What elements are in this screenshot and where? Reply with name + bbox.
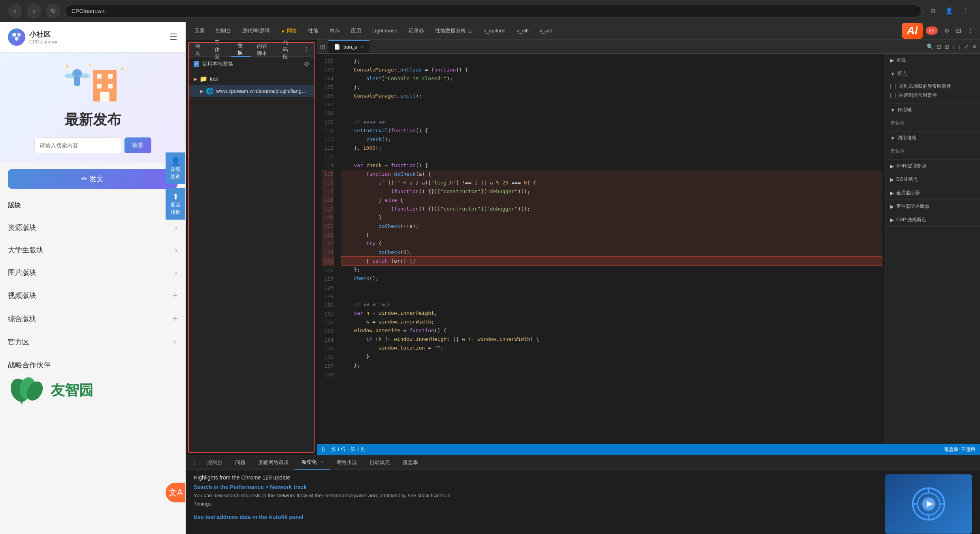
translate-btn[interactable]: 文A — [166, 483, 185, 502]
code-line — [341, 152, 882, 161]
tab-application[interactable]: 应用 — [345, 24, 367, 38]
breakpoints-content: 遇到未捕获的异常时暂停 在遇到异常时暂停 — [886, 80, 980, 103]
tab-console[interactable]: 控制台 — [210, 24, 237, 38]
dock-icon[interactable]: ⊟ — [953, 27, 964, 34]
clear-replacements-btn[interactable]: ⊘ — [304, 60, 309, 68]
profile-btn[interactable]: 👤 — [943, 5, 956, 17]
tab-changes[interactable]: 新变化 ✕ — [295, 455, 330, 470]
network-track-link[interactable]: Search in the Performance > Network trac… — [194, 484, 972, 490]
nav-item-resource[interactable]: 资源版块 › — [8, 216, 177, 239]
tab-network[interactable]: ▲ 网络 — [275, 24, 303, 38]
callstack-header[interactable]: ▼ 调用堆栈 — [886, 132, 980, 145]
breakpoints-header[interactable]: ▼ 断点 — [886, 67, 980, 80]
scope-section: ▼ 作用域 未暂停 — [886, 103, 980, 132]
dom-header[interactable]: ▶ DOM 断点 — [886, 173, 980, 186]
editor-tab-close[interactable]: ✕ — [360, 44, 364, 49]
url-bar[interactable]: CPOteam.win — [65, 5, 922, 17]
site-logo: 小社区 CPOteam.win — [8, 28, 58, 46]
source-more-btn[interactable]: ⋮ — [300, 46, 314, 53]
code-line — [341, 291, 882, 300]
arrow-down-icon[interactable]: ↓ — [958, 43, 961, 50]
debugger-sidebar: ▶ 监视 ▼ 断点 — [885, 54, 980, 444]
tree-folder-test[interactable]: ▶ 📁 test — [189, 73, 314, 85]
tab-content-script[interactable]: 内容脚本 — [251, 43, 277, 57]
extension-btn[interactable]: ⊞ — [926, 5, 939, 17]
local-replace-checkbox[interactable]: ✓ — [194, 61, 199, 67]
tab-coverage[interactable]: 覆盖率 — [396, 455, 424, 470]
tab-snippet[interactable]: 代码段 — [277, 43, 300, 57]
refresh-button[interactable]: ↻ — [46, 4, 60, 18]
ai-badge[interactable]: Ai — [902, 23, 923, 39]
top-float-btn[interactable]: ⬆ 返回顶部 — [166, 188, 185, 220]
tab-console-bottom[interactable]: 控制台 — [201, 455, 229, 470]
settings-icon[interactable]: ⚙ — [941, 27, 953, 34]
tab-webpage[interactable]: 网页 — [189, 43, 208, 57]
tab-network-conditions[interactable]: 网络状况 — [330, 455, 363, 470]
search-input[interactable] — [34, 137, 121, 153]
forward-button[interactable]: › — [27, 4, 41, 18]
global-listeners-header[interactable]: ▶ 全局监听器 — [886, 186, 980, 199]
nav-item-official[interactable]: 官方区 + — [8, 331, 177, 354]
split-left-icon[interactable]: ⊟ — [937, 43, 941, 50]
csp-header[interactable]: ▶ CSP 违规断点 — [886, 213, 980, 226]
editor-tab-label: ban.js — [343, 44, 357, 50]
tab-source[interactable]: 源代码/源码 — [237, 24, 275, 38]
devtools-panel: 元素 控制台 源代码/源码 ▲ 网络 性能 内存 应用 Lighthouse 记… — [186, 22, 980, 534]
scope-header[interactable]: ▼ 作用域 — [886, 103, 980, 117]
close-icon[interactable]: ✕ — [972, 43, 977, 50]
nav-item-video[interactable]: 视频版块 + — [8, 284, 177, 307]
panel-icon[interactable]: ◫ — [320, 43, 325, 50]
tab-performance[interactable]: 性能 — [303, 24, 324, 38]
maximize-icon[interactable]: ⤢ — [964, 43, 969, 50]
exception-checkbox[interactable] — [890, 93, 896, 98]
tab-autofill[interactable]: 自动填充 — [363, 455, 396, 470]
tab-v-diff[interactable]: v_diff — [511, 24, 534, 38]
code-line: }; — [341, 361, 882, 370]
autofill-link[interactable]: Use test address data in the Autofill pa… — [194, 514, 972, 520]
more-btn[interactable]: ⋮ — [959, 5, 972, 17]
uncaught-checkbox[interactable] — [890, 84, 896, 89]
tab-replace[interactable]: 替换 — [231, 43, 251, 57]
split-right-icon[interactable]: ⊞ — [944, 43, 949, 50]
watch-header[interactable]: ▶ 监视 — [886, 54, 980, 67]
site-domain: CPOteam.win — [29, 39, 58, 45]
tab-v-ast[interactable]: v_ast — [534, 24, 558, 38]
bottom-content-wrapper: Highlights from the Chrome 129 update Se… — [194, 474, 972, 534]
bottom-panel: ⋮ 控制台 问题 屏蔽网络请求 新变化 ✕ 网络状况 自动填充 覆盖率 High… — [186, 455, 980, 534]
code-line: window.onresize = function() { — [341, 326, 882, 335]
consult-float-btn[interactable]: 👤 在线咨询 — [166, 152, 185, 184]
code-line: } else { — [341, 196, 882, 205]
tab-lighthouse[interactable]: Lighthouse — [367, 24, 403, 38]
csp-label: CSP 违规断点 — [896, 216, 926, 223]
event-listeners-header[interactable]: ▶ 事件监听器断点 — [886, 200, 980, 213]
tab-changes-close[interactable]: ✕ — [320, 459, 324, 464]
nav-item-misc[interactable]: 综合版块 + — [8, 307, 177, 331]
code-line: try { — [341, 239, 882, 248]
code-line: function doCheck(a) { — [341, 170, 882, 179]
search-code-icon[interactable]: 🔍 — [927, 43, 933, 50]
tab-elements[interactable]: 元素 — [189, 24, 210, 38]
xhr-header[interactable]: ▶ XHR/提取断点 — [886, 160, 980, 173]
tab-v-options[interactable]: v_opitons — [478, 24, 511, 38]
more-tools-icon[interactable]: ⋮ — [964, 27, 977, 34]
nav-item-label: 图片版块 — [8, 268, 36, 277]
nav-item-image[interactable]: 图片版块 › — [8, 261, 177, 284]
bottom-more-btn[interactable]: ⋮ — [189, 459, 201, 466]
tree-file-item[interactable]: ▶ 🌐 www.cpoteam.win/source/plugin/liangz… — [189, 85, 314, 97]
nav-item-college[interactable]: 大学生版块 › — [8, 239, 177, 261]
tab-memory[interactable]: 内存 — [324, 24, 345, 38]
tab-performance-insights[interactable]: 性能数据分析 △ — [430, 24, 478, 38]
tab-block-requests[interactable]: 屏蔽网络请求 — [252, 455, 295, 470]
partner-logo-img — [8, 374, 47, 406]
tab-issues[interactable]: 问题 — [229, 455, 252, 470]
hamburger-menu[interactable]: ☰ — [170, 32, 177, 42]
tab-recorder[interactable]: 记录器 — [403, 24, 430, 38]
post-button[interactable]: ✏ 发文 — [8, 169, 177, 189]
search-button[interactable]: 搜索 — [124, 137, 151, 153]
back-button[interactable]: ‹ — [8, 4, 22, 18]
tab-workspace[interactable]: 工作区 — [208, 43, 231, 57]
arrow-up-icon[interactable]: ↑ — [952, 43, 955, 50]
nav-item-bankai[interactable]: 版块 — [8, 195, 177, 216]
editor-tab-banjs[interactable]: 📄 ban.js ✕ — [328, 40, 369, 53]
source-tabs: 网页 工作区 替换 内容脚本 代码段 ⋮ — [189, 43, 314, 57]
